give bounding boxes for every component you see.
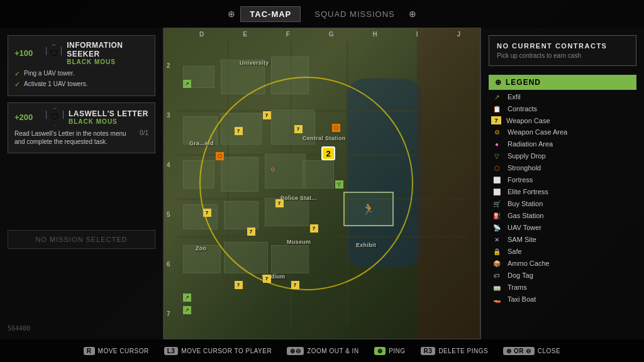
elite-icon: ⬜ <box>491 187 502 196</box>
move-player-key: L3 <box>164 347 179 355</box>
contracts-subtitle: Pick up contracts to earn cash <box>497 52 628 59</box>
col-G: G <box>329 31 334 38</box>
mission-card-1: +100 🛡 INFORMATION SEEKER BLACK MOUS ✓ P… <box>8 35 155 96</box>
trams-icon: 🚃 <box>491 283 502 292</box>
legend-item-sam: ✕ SAM Site <box>489 234 636 245</box>
player-view-box: 🏃 <box>343 192 394 226</box>
poi-weapon-case-6: 7 <box>262 273 272 283</box>
buy-label: Buy Station <box>508 200 543 207</box>
action-close: ⊕ OR ⊖ CLOSE <box>503 347 560 355</box>
coordinate-display: 564400 <box>8 325 155 332</box>
contracts-title: NO CURRENT CONTRACTS <box>497 42 628 50</box>
close-label: CLOSE <box>538 348 560 354</box>
weapon-case-label: Weapon Case <box>506 117 550 124</box>
poi-weapon-case-2: 7 <box>293 124 303 134</box>
legend-icon-header: ⊕ <box>495 78 502 87</box>
mission-header-1: +100 🛡 INFORMATION SEEKER BLACK MOUS <box>14 41 148 65</box>
fortress-label: Fortress <box>508 176 533 184</box>
left-panel: +100 🛡 INFORMATION SEEKER BLACK MOUS ✓ P… <box>0 28 164 339</box>
mission-titles-2: LASWELL'S LETTER BLACK MOUS <box>69 109 148 125</box>
mission-titles-1: INFORMATION SEEKER BLACK MOUS <box>67 41 148 65</box>
contracts-icon: 📋 <box>491 104 502 113</box>
radiation-label: Radiation Area <box>508 140 553 148</box>
task-text-1-2: Activate 1 UAV towers. <box>24 80 88 88</box>
region-grasfield: Gra...eld <box>189 140 214 146</box>
task-text-2-1: Read Laswell's Letter in the notes menu … <box>14 129 136 146</box>
mission-card-2: +200 🛡 LASWELL'S LETTER BLACK MOUS Read … <box>8 102 155 153</box>
safe-label: Safe <box>508 248 522 255</box>
col-J: J <box>457 31 460 38</box>
sam-label: SAM Site <box>508 236 536 243</box>
mission-name-1: INFORMATION SEEKER <box>67 41 148 58</box>
move-player-label: MOVE CURSOR TO PLAYER <box>181 348 272 354</box>
exfil-icon: ↗ <box>491 92 502 101</box>
row-7: 7 <box>167 310 170 317</box>
mission-faction-1: BLACK MOUS <box>67 58 148 65</box>
tab-icon-right: ⊕ <box>409 9 416 19</box>
mission-name-2: LASWELL'S LETTER <box>69 109 148 118</box>
zoom-label: ZOOM OUT & IN <box>307 348 358 354</box>
legend-header: ⊕ LEGEND <box>489 75 636 90</box>
mission-task-1-2: ✓ Activate 1 UAV towers. <box>14 80 148 89</box>
poi-weapon-case-3: 7 <box>233 126 243 136</box>
supply-icon: ▽ <box>491 151 502 160</box>
region-university: University <box>240 60 269 66</box>
buy-icon: 🛒 <box>491 199 502 208</box>
poi-weapon-case-7: 7 <box>290 280 300 290</box>
sam-icon: ✕ <box>491 235 502 244</box>
legend-item-gas: ⛽ Gas Station <box>489 210 636 221</box>
legend-item-supply: ▽ Supply Drop <box>489 150 636 162</box>
mission-xp-1: +100 <box>14 48 41 58</box>
region-police-station: Police Stat... <box>280 195 317 201</box>
action-ping: ⊕ PING <box>374 347 406 355</box>
elite-label: Elite Fortress <box>508 188 548 195</box>
mission-faction-2: BLACK MOUS <box>69 118 148 125</box>
map-col-labels: D E F G H I J <box>180 31 480 38</box>
ping-label: PING <box>389 348 405 354</box>
map-buildings <box>164 28 480 339</box>
legend-list: ↗ Exfil 📋 Contracts 7 Weapon Case ⚙ Weap… <box>489 91 636 305</box>
legend-item-elite: ⬜ Elite Fortress <box>489 186 636 197</box>
region-zoo: Zoo <box>196 245 206 251</box>
legend-item-buy: 🛒 Buy Station <box>489 198 636 209</box>
delete-pings-label: DELETE PINGS <box>438 348 488 354</box>
map-container[interactable]: D E F G H I J 2 3 4 5 6 7 <box>164 28 480 339</box>
mission-shield-2: 🛡 <box>46 108 64 126</box>
poi-supply-1: ▽ <box>334 179 344 189</box>
legend-item-contracts: 📋 Contracts <box>489 103 636 114</box>
region-museum: Museum <box>287 239 311 245</box>
tab-squadmissions[interactable]: SQUAD MISSIONS <box>306 7 403 21</box>
poi-weapon-case-4: 7 <box>274 198 284 208</box>
task-progress-2-1: 0/1 <box>140 129 148 136</box>
legend-item-dogtag: 🏷 Dog Tag <box>489 270 636 281</box>
contracts-label: Contracts <box>508 105 537 112</box>
stronghold-icon: ⬡ <box>491 163 502 172</box>
move-cursor-key: R <box>84 347 95 355</box>
row-5: 5 <box>167 211 170 218</box>
task-check-1-1: ✓ <box>14 70 20 78</box>
task-text-1-1: Ping a UAV tower. <box>24 69 74 77</box>
map-row-labels: 2 3 4 5 6 7 <box>167 41 170 339</box>
action-move-cursor: R MOVE CURSOR <box>84 347 149 355</box>
legend-title: LEGEND <box>506 78 541 87</box>
right-panel: NO CURRENT CONTRACTS Pick up contracts t… <box>480 28 644 339</box>
row-4: 4 <box>167 162 170 168</box>
row-6: 6 <box>167 261 170 268</box>
tab-tacmap[interactable]: TAC-MAP <box>240 6 301 22</box>
fortress-icon: ⬜ <box>491 175 502 184</box>
mission-task-2-1: Read Laswell's Letter in the notes menu … <box>14 129 148 146</box>
close-key: ⊕ OR ⊖ <box>503 347 535 355</box>
uav-icon: 📡 <box>491 223 502 232</box>
poi-weapon-case-1: 7 <box>262 110 272 120</box>
supply-label: Supply Drop <box>508 152 546 160</box>
stronghold-label: Stronghold <box>508 164 541 172</box>
radiation-icon: ● <box>491 140 502 148</box>
map-inner: D E F G H I J 2 3 4 5 6 7 <box>164 28 480 339</box>
poi-exfil-1: ↗ <box>182 79 192 89</box>
ammo-label: Ammo Cache <box>508 260 550 267</box>
legend-item-weapon-case: 7 Weapon Case <box>489 115 636 126</box>
numbered-marker: 2 <box>321 146 335 160</box>
row-2: 2 <box>167 62 170 69</box>
legend-item-safe: 🔒 Safe <box>489 246 636 257</box>
exfil-label: Exfil <box>508 93 521 101</box>
